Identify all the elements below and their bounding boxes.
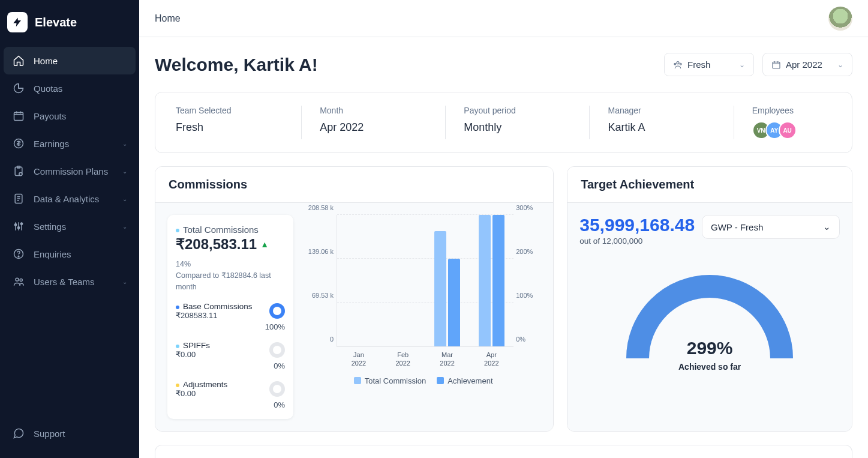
- summary-value-month: Apr 2022: [320, 121, 433, 134]
- sidebar-item-enquiries[interactable]: Enquiries: [4, 240, 136, 268]
- employee-badge[interactable]: AU: [779, 121, 797, 139]
- chevron-down-icon: ⌄: [823, 221, 831, 232]
- sidebar-item-label: Quotas: [34, 83, 62, 94]
- commissions-panel: Total Commissions ₹208,583.11 ▲ 14% Comp…: [167, 215, 293, 419]
- home-icon: [12, 54, 25, 67]
- summary-value-period: Monthly: [464, 121, 577, 134]
- ring-icon: [269, 381, 285, 397]
- ring-icon: [269, 342, 285, 358]
- svg-point-7: [17, 227, 19, 229]
- bar-achievement: [448, 259, 460, 346]
- team-select[interactable]: Fresh ⌄: [664, 53, 754, 76]
- commissions-chart: 00%69.53 k100%139.06 k200%208.58 k300% J…: [305, 215, 541, 419]
- target-card: Target Achievement 35,999,168.48 out of …: [567, 166, 852, 432]
- sidebar-item-label: Enquiries: [34, 249, 71, 259]
- svg-point-4: [19, 173, 22, 176]
- chevron-down-icon: ⌄: [122, 168, 127, 175]
- y-tick-right: 300%: [516, 204, 540, 211]
- sidebar-item-settings[interactable]: Settings⌄: [4, 212, 136, 240]
- bar-group: [382, 215, 426, 346]
- svg-point-11: [16, 278, 19, 281]
- breadcrumb: Home: [155, 13, 181, 24]
- ring-icon: [269, 303, 285, 319]
- brand: Elevate: [0, 6, 139, 47]
- brand-logo-icon: [7, 12, 28, 32]
- commissions-title: Commissions: [155, 167, 553, 203]
- trend-up-icon: ▲: [260, 240, 269, 249]
- y-tick-right: 100%: [516, 292, 540, 299]
- target-metric-select[interactable]: GWP - Fresh ⌄: [702, 215, 840, 239]
- user-avatar[interactable]: [828, 7, 852, 31]
- svg-rect-16: [773, 62, 780, 68]
- y-tick-right: 0%: [516, 336, 540, 343]
- target-title: Target Achievement: [567, 167, 852, 203]
- gauge-percent: 299%: [687, 338, 733, 358]
- summary-label-period: Payout period: [464, 106, 577, 115]
- nav: HomeQuotasPayoutsEarnings⌄Commission Pla…: [0, 47, 139, 295]
- sidebar-item-label: Home: [34, 56, 58, 66]
- legend-swatch-tc: [354, 377, 361, 384]
- sidebar-item-label: Settings: [34, 221, 66, 232]
- legend-swatch-ach: [437, 377, 444, 384]
- chat-icon: [12, 427, 25, 440]
- sidebar-item-label: Commission Plans: [34, 166, 108, 176]
- calendar-icon: [12, 109, 25, 122]
- sidebar-item-commission-plans[interactable]: Commission Plans⌄: [4, 157, 136, 185]
- chart-legend: Total Commission Achievement: [305, 376, 541, 385]
- calendar-icon: [771, 60, 781, 70]
- breakdown-row: SPIFFs₹0.00: [176, 341, 285, 359]
- team-icon: [673, 60, 683, 70]
- sidebar-item-data-analytics[interactable]: Data & Analytics⌄: [4, 185, 136, 212]
- team-select-value: Fresh: [687, 59, 710, 70]
- commissions-card: Commissions Total Commissions ₹208,583.1…: [155, 166, 554, 432]
- employee-avatars: VNAYAU: [752, 121, 831, 139]
- bar-total-commission: [479, 215, 491, 346]
- sidebar-item-label: Users & Teams: [34, 277, 94, 287]
- sidebar-item-earnings[interactable]: Earnings⌄: [4, 130, 136, 157]
- sliders-icon: [12, 220, 25, 233]
- summary-label-manager: Manager: [608, 106, 721, 115]
- document-icon: [12, 192, 25, 205]
- target-select-value: GWP - Fresh: [711, 222, 763, 232]
- sidebar-item-quotas[interactable]: Quotas: [4, 74, 136, 102]
- main: Home Welcome, Kartik A! Fresh ⌄ Apr 2022: [139, 0, 868, 458]
- total-commissions-label: Total Commissions: [176, 224, 285, 235]
- sidebar-item-label: Payouts: [34, 111, 66, 121]
- svg-point-6: [14, 224, 16, 226]
- chevron-down-icon: ⌄: [122, 223, 127, 230]
- sidebar-item-support[interactable]: Support: [4, 420, 136, 447]
- y-tick-left: 69.53 k: [307, 292, 334, 299]
- sidebar-item-payouts[interactable]: Payouts: [4, 102, 136, 130]
- breakdown-row: Base Commissions₹208583.11: [176, 302, 285, 320]
- svg-point-12: [20, 279, 22, 281]
- sidebar-item-label: Support: [34, 429, 65, 439]
- users-icon: [12, 275, 25, 288]
- sidebar-item-home[interactable]: Home: [4, 47, 136, 74]
- y-tick-left: 0: [307, 336, 334, 343]
- distribution-title: Achievement Distribution: [155, 445, 852, 458]
- breakdown-pct: 0%: [176, 361, 285, 370]
- sidebar-item-users-teams[interactable]: Users & Teams⌄: [4, 268, 136, 295]
- breakdown-row: Adjustments₹0.00: [176, 380, 285, 398]
- bar-achievement: [492, 215, 504, 346]
- sidebar: Elevate HomeQuotasPayoutsEarnings⌄Commis…: [0, 0, 139, 458]
- x-tick: Mar2022: [425, 351, 470, 368]
- summary-label-employees: Employees: [752, 106, 831, 115]
- sidebar-item-label: Data & Analytics: [34, 194, 99, 204]
- help-icon: [12, 247, 25, 261]
- total-commissions-caption: 14% Compared to ₹182884.6 last month: [176, 259, 285, 292]
- gauge-label: Achieved so far: [678, 362, 741, 372]
- bar-group: [470, 215, 514, 346]
- bar-group: [425, 215, 470, 346]
- legend-ach-label: Achievement: [447, 376, 492, 385]
- bar-group: [337, 215, 382, 346]
- svg-rect-0: [14, 112, 23, 120]
- page-title: Welcome, Kartik A!: [155, 55, 318, 75]
- x-tick: Feb2022: [381, 351, 425, 368]
- svg-point-13: [677, 61, 679, 64]
- chevron-down-icon: ⌄: [122, 140, 127, 147]
- chevron-down-icon: ⌄: [122, 196, 127, 202]
- dollar-icon: [12, 137, 25, 150]
- month-select[interactable]: Apr 2022 ⌄: [762, 53, 852, 76]
- summary-value-team: Fresh: [176, 121, 289, 134]
